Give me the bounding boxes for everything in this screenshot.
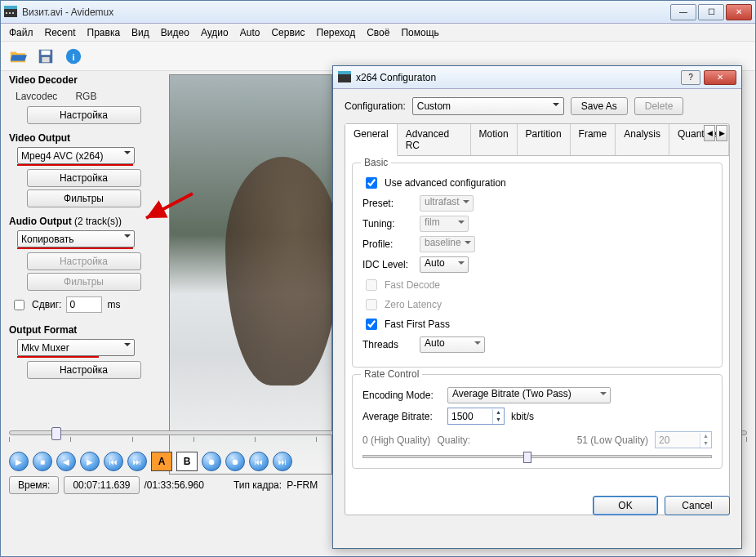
shift-label: Сдвиг: bbox=[32, 299, 61, 310]
maximize-button[interactable]: ☐ bbox=[698, 4, 724, 20]
video-output-filters-button[interactable]: Фильтры bbox=[27, 189, 141, 207]
dialog-title: x264 Configuraton bbox=[356, 72, 681, 83]
tab-partition[interactable]: Partition bbox=[518, 124, 571, 155]
close-button[interactable]: ✕ bbox=[726, 4, 752, 20]
average-bitrate-input[interactable]: ▲▼ bbox=[447, 408, 505, 425]
x264-config-dialog: x264 Configuraton ? ✕ Configuration: Cus… bbox=[332, 65, 742, 549]
last-frame-button[interactable]: ⏭ bbox=[273, 452, 292, 471]
time-value[interactable]: 00:07:11.639 bbox=[64, 476, 139, 494]
next-frame-button[interactable]: ▶ bbox=[80, 452, 100, 471]
tab-frame[interactable]: Frame bbox=[571, 124, 616, 155]
status-bar: Время: 00:07:11.639 /01:33:56.960 Тип ка… bbox=[9, 476, 318, 494]
menu-audio[interactable]: Аудио bbox=[201, 27, 229, 38]
menu-custom[interactable]: Своё bbox=[367, 27, 389, 38]
info-icon[interactable]: i bbox=[63, 46, 84, 67]
annotation-underline bbox=[17, 247, 133, 249]
svg-rect-1 bbox=[4, 6, 17, 9]
dialog-help-button[interactable]: ? bbox=[681, 70, 700, 85]
window-title: Визит.avi - Avidemux bbox=[22, 7, 670, 18]
svg-point-4 bbox=[12, 12, 14, 14]
first-frame-button[interactable]: ⏮ bbox=[249, 452, 269, 471]
stop-button[interactable]: ■ bbox=[33, 452, 52, 471]
mark-a-button[interactable]: A bbox=[151, 452, 172, 471]
tab-strip: General Advanced RC Motion Partition Fra… bbox=[345, 124, 729, 156]
basic-group: Basic Use advanced configuration Preset:… bbox=[352, 163, 723, 368]
tab-advanced-rc[interactable]: Advanced RC bbox=[398, 124, 471, 155]
svg-rect-11 bbox=[338, 74, 351, 82]
menu-go[interactable]: Переход bbox=[317, 27, 356, 38]
video-output-settings-button[interactable]: Настройка bbox=[27, 169, 141, 187]
annotation-underline bbox=[17, 164, 133, 166]
titlebar: Визит.avi - Avidemux — ☐ ✕ bbox=[1, 1, 755, 24]
menu-video[interactable]: Видео bbox=[161, 27, 189, 38]
video-output-select[interactable]: Mpeg4 AVC (x264) bbox=[17, 147, 135, 164]
mark-b-button[interactable]: B bbox=[176, 452, 198, 471]
app-icon bbox=[4, 6, 17, 19]
menu-recent[interactable]: Recent bbox=[45, 27, 76, 38]
time-label-button[interactable]: Время: bbox=[9, 476, 59, 494]
threads-select[interactable]: Auto bbox=[420, 336, 485, 353]
dialog-icon bbox=[338, 71, 351, 84]
shift-input[interactable] bbox=[66, 296, 102, 313]
svg-text:i: i bbox=[72, 51, 74, 61]
save-icon[interactable] bbox=[35, 46, 56, 67]
menu-help[interactable]: Помощь bbox=[401, 27, 438, 38]
spin-up-icon[interactable]: ▲ bbox=[493, 409, 504, 417]
play-button[interactable]: ▶ bbox=[9, 452, 29, 471]
shift-unit: ms bbox=[107, 299, 120, 310]
prev-frame-button[interactable]: ◀ bbox=[56, 452, 76, 471]
goto-a-button[interactable]: ⏺ bbox=[202, 452, 221, 471]
video-decoder-rgb: RGB bbox=[75, 91, 96, 102]
video-decoder-title: Video Decoder bbox=[9, 74, 158, 86]
idc-select[interactable]: Auto bbox=[420, 256, 469, 273]
output-format-select[interactable]: Mkv Muxer bbox=[17, 339, 135, 356]
annotation-underline bbox=[17, 356, 99, 358]
prev-key-button[interactable]: ⏮ bbox=[104, 452, 123, 471]
svg-rect-6 bbox=[42, 50, 51, 54]
tab-scroll-left[interactable]: ◀ bbox=[704, 125, 715, 141]
svg-rect-7 bbox=[42, 56, 49, 61]
output-format-title: Output Format bbox=[9, 324, 158, 336]
menu-view[interactable]: Вид bbox=[131, 27, 149, 38]
preset-select: ultrafast bbox=[420, 195, 474, 212]
svg-point-2 bbox=[6, 12, 7, 14]
tab-scroll-right[interactable]: ▶ bbox=[716, 125, 727, 141]
playback-controls: ▶ ■ ◀ ▶ ⏮ ⏭ A B ⏺ ⏺ ⏮ ⏭ bbox=[9, 452, 292, 471]
configuration-label: Configuration: bbox=[345, 100, 406, 112]
tab-analysis[interactable]: Analysis bbox=[616, 124, 669, 155]
goto-b-button[interactable]: ⏺ bbox=[225, 452, 245, 471]
video-decoder-settings-button[interactable]: Настройка bbox=[27, 106, 141, 124]
configuration-select[interactable]: Custom bbox=[412, 97, 564, 115]
tab-general[interactable]: General bbox=[345, 124, 398, 156]
svg-line-10 bbox=[146, 194, 193, 218]
duration-label: /01:33:56.960 bbox=[145, 479, 204, 491]
cancel-button[interactable]: Cancel bbox=[665, 496, 730, 515]
quality-value-input: ▲▼ bbox=[655, 431, 712, 448]
fast-first-pass-checkbox[interactable] bbox=[366, 319, 377, 330]
use-advanced-checkbox[interactable] bbox=[366, 177, 377, 189]
profile-select: baseline bbox=[420, 236, 475, 252]
frame-type-label: Тип кадра: bbox=[233, 479, 282, 491]
save-as-button[interactable]: Save As bbox=[571, 97, 628, 115]
audio-output-select[interactable]: Копировать bbox=[17, 230, 135, 247]
tab-motion[interactable]: Motion bbox=[471, 124, 518, 155]
shift-checkbox[interactable] bbox=[14, 300, 24, 310]
next-key-button[interactable]: ⏭ bbox=[127, 452, 147, 471]
fast-decode-checkbox bbox=[366, 279, 377, 291]
dialog-close-button[interactable]: ✕ bbox=[704, 70, 736, 85]
menu-edit[interactable]: Правка bbox=[87, 27, 121, 38]
menu-tools[interactable]: Сервис bbox=[271, 27, 305, 38]
audio-output-title: Audio Output (2 track(s)) bbox=[9, 216, 158, 227]
encoding-mode-select[interactable]: Average Bitrate (Two Pass) bbox=[447, 387, 611, 403]
minimize-button[interactable]: — bbox=[670, 4, 696, 20]
open-icon[interactable] bbox=[7, 46, 29, 67]
menu-auto[interactable]: Auto bbox=[240, 27, 260, 38]
output-format-settings-button[interactable]: Настройка bbox=[27, 361, 141, 379]
menu-file[interactable]: Файл bbox=[9, 27, 33, 38]
audio-output-settings-button: Настройка bbox=[27, 252, 141, 270]
spin-down-icon[interactable]: ▼ bbox=[493, 417, 504, 424]
video-output-title: Video Output bbox=[9, 132, 158, 144]
video-decoder-codec: Lavcodec bbox=[16, 91, 57, 102]
timeline-thumb[interactable] bbox=[51, 427, 61, 440]
ok-button[interactable]: OK bbox=[593, 496, 658, 515]
